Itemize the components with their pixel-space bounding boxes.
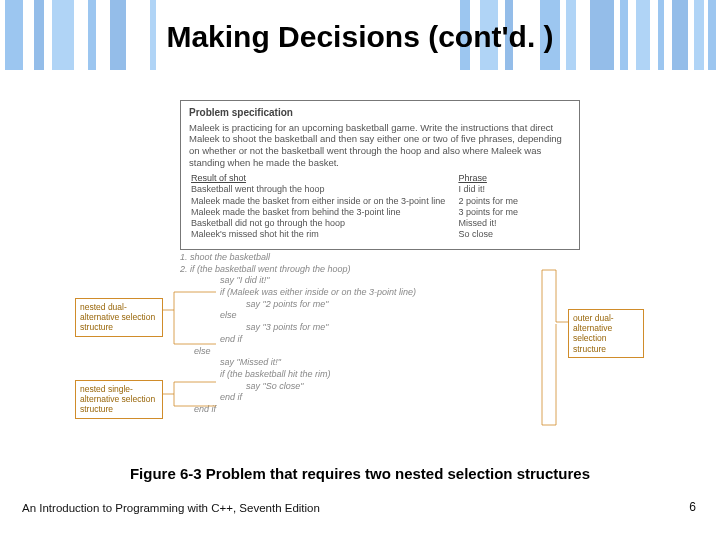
slide: Making Decisions (cont'd. ) Problem spec…: [0, 0, 720, 540]
footer-book-title: An Introduction to Programming with C++,…: [22, 502, 320, 514]
pseudo-line: else: [180, 346, 580, 358]
table-row: Maleek's missed shot hit the rimSo close: [189, 229, 571, 240]
pseudo-line: say "2 points for me": [180, 299, 580, 311]
pseudo-line: if (Maleek was either inside or on the 3…: [180, 287, 580, 299]
pseudo-line: if (the basketball hit the rim): [180, 369, 580, 381]
problem-spec-box: Problem specification Maleek is practici…: [180, 100, 580, 250]
pseudo-line: say "So close": [180, 381, 580, 393]
spec-heading: Problem specification: [189, 107, 571, 120]
page-number: 6: [689, 500, 696, 514]
pseudo-line: say "3 points for me": [180, 322, 580, 334]
pseudo-line: end if: [180, 334, 580, 346]
pseudo-line: end if: [180, 404, 580, 416]
table-row: Basketball did not go through the hoopMi…: [189, 218, 571, 229]
annotation-outer-dual: outer dual-alternative selection structu…: [568, 309, 644, 358]
pseudo-line: else: [180, 310, 580, 322]
figure-caption: Figure 6-3 Problem that requires two nes…: [0, 465, 720, 482]
annotation-nested-single: nested single-alternative selection stru…: [75, 380, 163, 419]
pseudo-line: 2. if (the basketball went through the h…: [180, 264, 580, 276]
page-title: Making Decisions (cont'd. ): [0, 20, 720, 54]
spec-body: Maleek is practicing for an upcoming bas…: [189, 122, 571, 170]
table-row: Maleek made the basket from behind the 3…: [189, 207, 571, 218]
spec-table: Result of shot Phrase Basketball went th…: [189, 173, 571, 241]
figure-container: Problem specification Maleek is practici…: [90, 100, 650, 450]
spec-col-right: Phrase: [456, 173, 571, 184]
pseudo-line: say "Missed it!": [180, 357, 580, 369]
spec-col-left: Result of shot: [189, 173, 456, 184]
table-row: Basketball went through the hoopI did it…: [189, 184, 571, 195]
annotation-nested-dual: nested dual-alternative selection struct…: [75, 298, 163, 337]
table-row: Maleek made the basket from either insid…: [189, 196, 571, 207]
pseudocode-block: 1. shoot the basketball2. if (the basket…: [180, 252, 580, 416]
pseudo-line: say "I did it!": [180, 275, 580, 287]
pseudo-line: 1. shoot the basketball: [180, 252, 580, 264]
pseudo-line: end if: [180, 392, 580, 404]
